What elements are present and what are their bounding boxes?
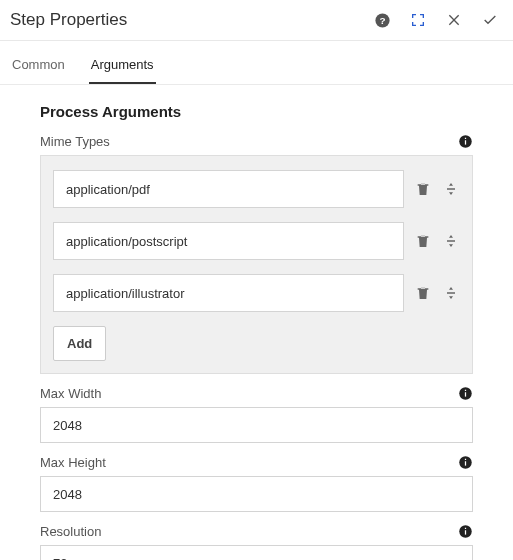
svg-rect-3 (465, 140, 466, 144)
mime-types-label: Mime Types (40, 134, 110, 149)
dialog-header: Step Properties ? (0, 0, 513, 41)
svg-text:?: ? (379, 15, 385, 26)
reorder-icon[interactable] (442, 284, 460, 302)
svg-rect-12 (465, 530, 466, 534)
resolution-input[interactable] (40, 545, 473, 560)
info-icon[interactable] (458, 134, 473, 149)
fullscreen-icon[interactable] (409, 11, 427, 29)
header-actions: ? (373, 11, 499, 29)
max-height-input[interactable] (40, 476, 473, 512)
svg-rect-10 (465, 459, 466, 460)
info-icon[interactable] (458, 386, 473, 401)
delete-icon[interactable] (414, 180, 432, 198)
help-icon[interactable]: ? (373, 11, 391, 29)
max-width-label: Max Width (40, 386, 101, 401)
mime-input[interactable] (53, 222, 404, 260)
tab-arguments[interactable]: Arguments (89, 45, 156, 84)
confirm-icon[interactable] (481, 11, 499, 29)
reorder-icon[interactable] (442, 232, 460, 250)
delete-icon[interactable] (414, 284, 432, 302)
mime-input[interactable] (53, 170, 404, 208)
add-button[interactable]: Add (53, 326, 106, 361)
mime-input[interactable] (53, 274, 404, 312)
mime-row (53, 222, 460, 260)
tab-content: Process Arguments Mime Types (0, 85, 513, 560)
info-icon[interactable] (458, 524, 473, 539)
max-height-label: Max Height (40, 455, 106, 470)
tab-common[interactable]: Common (10, 45, 67, 84)
mime-row (53, 274, 460, 312)
svg-rect-13 (465, 528, 466, 529)
info-icon[interactable] (458, 455, 473, 470)
svg-rect-4 (465, 138, 466, 139)
reorder-icon[interactable] (442, 180, 460, 198)
close-icon[interactable] (445, 11, 463, 29)
max-width-input[interactable] (40, 407, 473, 443)
mime-types-multifield: Add (40, 155, 473, 374)
tabs: Common Arguments (0, 45, 513, 85)
svg-rect-7 (465, 390, 466, 391)
dialog-title: Step Properties (10, 10, 127, 30)
section-heading: Process Arguments (40, 103, 473, 120)
svg-rect-6 (465, 392, 466, 396)
delete-icon[interactable] (414, 232, 432, 250)
resolution-label: Resolution (40, 524, 101, 539)
svg-rect-9 (465, 461, 466, 465)
mime-row (53, 170, 460, 208)
